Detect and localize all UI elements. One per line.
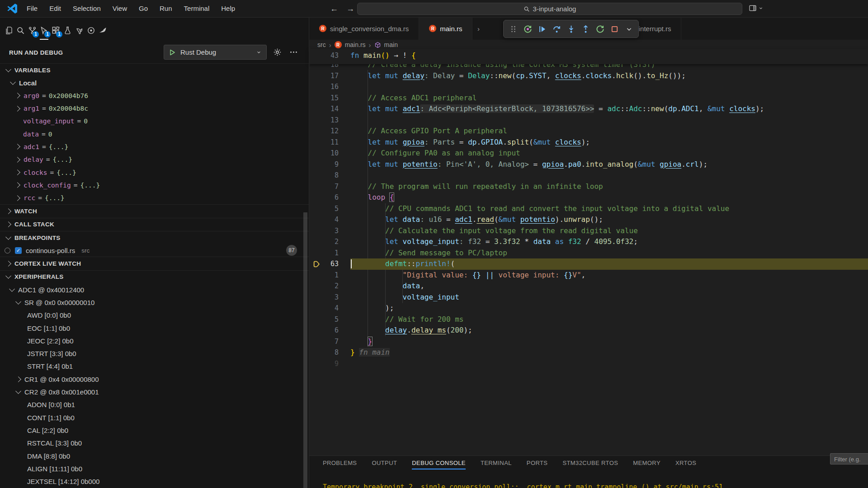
explorer-icon[interactable]	[4, 23, 14, 37]
code-line[interactable]: 3 voltage_input	[309, 292, 868, 303]
panel-tab-terminal[interactable]: TERMINAL	[481, 460, 512, 466]
source-control-icon[interactable]: 1	[27, 23, 38, 37]
reset-device-icon[interactable]	[523, 24, 532, 33]
code-line[interactable]: 12 // Access GPIO Port A peripheral	[309, 126, 868, 137]
peripheral-register-row[interactable]: ADON [0:0] 0b1	[0, 399, 309, 411]
line-number[interactable]: 8	[309, 170, 350, 181]
line-number[interactable]: 4	[309, 303, 350, 314]
code-line-content[interactable]: // Access GPIO Port A peripheral	[350, 126, 868, 137]
restart-icon[interactable]	[595, 24, 604, 33]
chevron-right-icon[interactable]	[5, 261, 11, 267]
chevron-down-icon[interactable]	[5, 273, 11, 279]
peripheral-register-row[interactable]: CAL [2:2] 0b0	[0, 424, 309, 436]
line-number[interactable]: 10	[309, 148, 350, 159]
code-line-content[interactable]: loop {	[350, 192, 868, 203]
code-line[interactable]: 6 delay.delay_ms(200);	[309, 325, 868, 336]
code-line-content[interactable]	[350, 115, 868, 126]
section-header-xperipherals[interactable]: XPERIPHERALS	[0, 270, 309, 283]
menu-file[interactable]: File	[21, 0, 43, 17]
testing-icon[interactable]	[62, 23, 73, 37]
target-icon[interactable]	[86, 23, 96, 37]
search-icon[interactable]	[15, 23, 26, 37]
peripheral-register-row[interactable]: ALIGN [11:11] 0b0	[0, 462, 309, 475]
code-line[interactable]: 7 // The program will run repeatedly in …	[309, 181, 868, 192]
chevron-right-icon[interactable]	[14, 157, 20, 163]
variable-row[interactable]: adc1={...}	[0, 141, 309, 153]
peripheral-register-row[interactable]: CR1 @ 0x4 0x00000800	[0, 373, 309, 385]
section-header-call-stack[interactable]: CALL STACK	[0, 218, 309, 231]
variable-row[interactable]: voltage_input=0	[0, 115, 309, 127]
code-line-content[interactable]: let mut adc1: Adc<Periph<RegisterBlock, …	[350, 103, 868, 115]
chevron-right-icon[interactable]	[14, 195, 20, 201]
code-line[interactable]: 2 data,	[309, 281, 868, 292]
variable-row[interactable]: rcc={...}	[0, 192, 309, 204]
variable-row[interactable]: arg1=0x20004b8c	[0, 102, 309, 115]
step-over-icon[interactable]	[552, 24, 561, 33]
peripheral-register-row[interactable]: JSTRT [3:3] 0b0	[0, 347, 309, 360]
code-line-content[interactable]: voltage_input	[350, 292, 868, 303]
peripheral-register-row[interactable]: ADC1 @ 0x40012400	[0, 283, 309, 296]
command-center-search[interactable]: 3-input-analog	[357, 3, 742, 15]
menu-help[interactable]: Help	[215, 0, 241, 17]
code-line[interactable]: 6 loop {	[309, 192, 868, 203]
code-line[interactable]: 4 let data: u16 = adc1.read(&mut potenti…	[309, 214, 868, 225]
line-number[interactable]: 17	[309, 70, 350, 82]
code-line[interactable]: 10 // Configure PA0 as an analog input	[309, 148, 868, 159]
extensions-icon[interactable]: 1	[51, 23, 61, 37]
step-out-icon[interactable]	[581, 24, 590, 33]
variable-row[interactable]: data=0	[0, 127, 309, 140]
chevron-down-icon[interactable]	[15, 388, 21, 394]
code-line-content[interactable]: delay.delay_ms(200);	[350, 325, 868, 336]
peripheral-register-row[interactable]: EOC [1:1] 0b0	[0, 322, 309, 334]
code-line[interactable]: 8} fn main	[309, 347, 868, 358]
section-header-variables[interactable]: VARIABLES	[0, 63, 309, 76]
line-number[interactable]: 16	[309, 81, 350, 93]
code-line[interactable]: 7 }	[309, 336, 868, 347]
code-line[interactable]: 5 // CPU commands ADC1 to read and conve…	[309, 203, 868, 215]
variable-row[interactable]: clocks={...}	[0, 166, 309, 178]
variable-row[interactable]: arg0=0x20004b76	[0, 89, 309, 102]
chevron-down-icon[interactable]	[10, 79, 16, 85]
panel-tab-output[interactable]: OUTPUT	[372, 460, 397, 466]
code-line[interactable]: 8	[309, 170, 868, 181]
vscode-logo-icon[interactable]	[6, 3, 18, 14]
line-number[interactable]: 8	[309, 347, 350, 358]
chevron-down-icon[interactable]	[15, 299, 21, 305]
chevron-right-icon[interactable]	[5, 221, 11, 227]
breadcrumb-item[interactable]: src	[317, 41, 326, 48]
code-line[interactable]: 9	[309, 358, 868, 370]
line-number[interactable]: 13	[309, 115, 350, 126]
peripheral-register-row[interactable]: JEXTSEL [14:12] 0b000	[0, 475, 309, 488]
editor-tab-single_conversion_dma.rs[interactable]: Rsingle_conversion_dma.rs	[309, 17, 419, 40]
gear-icon[interactable]	[273, 48, 282, 56]
code-line-content[interactable]: defmt::println!(	[350, 258, 868, 270]
code-line-content[interactable]: let mut potentio: Pin<'A', 0, Analog> = …	[350, 159, 868, 170]
chevron-down-icon[interactable]	[5, 234, 11, 240]
code-editor[interactable]: 18 // Create a delay instance using the …	[309, 59, 868, 369]
section-header-breakpoints[interactable]: BREAKPOINTS	[0, 231, 309, 244]
step-into-icon[interactable]	[566, 24, 576, 33]
line-number[interactable]: 7	[309, 181, 350, 192]
variables-scope-local[interactable]: Local	[0, 76, 309, 89]
code-line-content[interactable]	[350, 358, 868, 370]
code-line-content[interactable]: let voltage_input: f32 = 3.3f32 * data a…	[350, 236, 868, 248]
variable-row[interactable]: delay={...}	[0, 153, 309, 166]
code-line[interactable]: 5 // Wait for 200 ms	[309, 314, 868, 325]
code-line-content[interactable]: // The program will run repeatedly in an…	[350, 181, 868, 192]
line-number[interactable]: 9	[309, 159, 350, 170]
forward-arrow-icon[interactable]: →	[346, 4, 354, 14]
chevron-right-icon[interactable]	[14, 93, 20, 99]
code-line[interactable]: 14 let mut adc1: Adc<Periph<RegisterBloc…	[309, 103, 868, 115]
line-number[interactable]: 6	[309, 192, 350, 203]
code-line-content[interactable]: "Digital value: {} || voltage input: {}V…	[350, 270, 868, 281]
code-line[interactable]: 15 // Access ADC1 peripheral	[309, 93, 868, 104]
code-line-content[interactable]: let mut delay: Delay = Delay::new(cp.SYS…	[350, 70, 868, 82]
line-number[interactable]: 11	[309, 137, 350, 148]
menu-view[interactable]: View	[107, 0, 133, 17]
editor-tab-main.rs[interactable]: Rmain.rs	[419, 17, 472, 40]
line-number[interactable]: 4	[309, 214, 350, 225]
chevron-right-icon[interactable]	[14, 169, 20, 175]
chevron-right-icon[interactable]	[14, 106, 20, 112]
line-number[interactable]: 2	[309, 281, 350, 292]
code-line-content[interactable]: }	[350, 336, 868, 347]
